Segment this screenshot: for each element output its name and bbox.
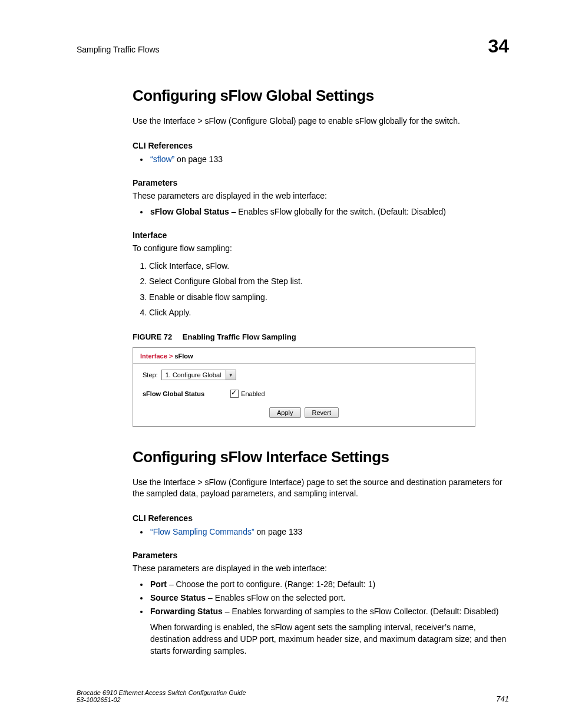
- cli-ref-suffix-2: on page 133: [254, 527, 303, 536]
- enabled-checkbox[interactable]: Enabled: [230, 390, 265, 398]
- chevron-down-icon[interactable]: ▼: [226, 370, 236, 380]
- steps-list: Click Interface, sFlow. Select Configure…: [133, 258, 509, 321]
- section-title-interface: Configuring sFlow Interface Settings: [133, 448, 509, 466]
- footer-left: Brocade 6910 Ethernet Access Switch Conf…: [77, 689, 246, 703]
- step-1: Click Interface, sFlow.: [149, 258, 509, 274]
- cli-references-head-2: CLI References: [133, 513, 509, 523]
- section-title-global: Configuring sFlow Global Settings: [133, 87, 509, 105]
- cli-references-head: CLI References: [133, 141, 509, 150]
- footer-doc-title: Brocade 6910 Ethernet Access Switch Conf…: [77, 689, 246, 696]
- cli-ref-item: “sflow” on page 133: [149, 153, 509, 166]
- revert-button[interactable]: Revert: [305, 407, 339, 418]
- step-select[interactable]: 1. Configure Global ▼: [161, 370, 236, 380]
- parameters-intro: These parameters are displayed in the we…: [133, 190, 509, 202]
- breadcrumb: Interface > sFlow: [133, 348, 475, 364]
- step-4: Click Apply.: [149, 305, 509, 321]
- param-port-name: Port: [150, 579, 167, 589]
- chapter-number: 34: [488, 35, 509, 57]
- cli-ref-suffix: on page 133: [174, 154, 223, 164]
- parameters-head-2: Parameters: [133, 551, 509, 560]
- breadcrumb-part2: sFlow: [174, 353, 193, 360]
- step-3: Enable or disable flow sampling.: [149, 289, 509, 305]
- param-fwd-desc: – Enables forwarding of samples to the s…: [223, 607, 498, 616]
- figure-72: Interface > sFlow Step: 1. Configure Glo…: [133, 347, 475, 427]
- param-port: Port – Choose the port to configure. (Ra…: [149, 578, 509, 591]
- checkbox-icon[interactable]: [230, 390, 239, 398]
- param-source-name: Source Status: [150, 593, 206, 602]
- running-head: Sampling Traffic Flows: [77, 45, 160, 54]
- step-select-label: Step:: [143, 371, 158, 378]
- breadcrumb-part1: Interface >: [140, 353, 174, 360]
- sflow-link[interactable]: “sflow”: [150, 154, 174, 164]
- step-2: Select Configure Global from the Step li…: [149, 274, 509, 289]
- interface-intro: To configure flow sampling:: [133, 242, 509, 254]
- flow-sampling-link[interactable]: “Flow Sampling Commands”: [150, 527, 254, 536]
- param-item: sFlow Global Status – Enables sFlow glob…: [149, 205, 509, 219]
- figure-title: Enabling Traffic Flow Sampling: [183, 332, 296, 341]
- param-port-desc: – Choose the port to configure. (Range: …: [167, 579, 375, 589]
- enabled-label: Enabled: [241, 390, 265, 397]
- cli-ref-item-2: “Flow Sampling Commands” on page 133: [149, 525, 509, 539]
- param-source-status: Source Status – Enables sFlow on the sel…: [149, 591, 509, 605]
- sflow-status-label: sFlow Global Status: [143, 390, 204, 397]
- section1-intro: Use the Interface > sFlow (Configure Glo…: [133, 116, 509, 127]
- apply-button[interactable]: Apply: [269, 407, 301, 418]
- param-source-desc: – Enables sFlow on the selected port.: [206, 593, 345, 602]
- page-number: 741: [496, 694, 509, 703]
- parameters-head: Parameters: [133, 178, 509, 187]
- section2-intro: Use the Interface > sFlow (Configure Int…: [133, 477, 509, 499]
- param-forwarding-status: Forwarding Status – Enables forwarding o…: [149, 605, 509, 657]
- param-fwd-name: Forwarding Status: [150, 607, 223, 616]
- param-desc: – Enables sFlow globally for the switch.…: [229, 207, 446, 216]
- parameters-intro-2: These parameters are displayed in the we…: [133, 562, 509, 574]
- param-fwd-extra: When forwarding is enabled, the sFlow ag…: [150, 621, 509, 657]
- param-name: sFlow Global Status: [150, 207, 229, 216]
- step-select-value: 1. Configure Global: [161, 370, 226, 380]
- figure-label: FIGURE 72: [133, 332, 172, 341]
- footer-doc-id: 53-1002651-02: [77, 696, 246, 703]
- interface-head: Interface: [133, 230, 509, 240]
